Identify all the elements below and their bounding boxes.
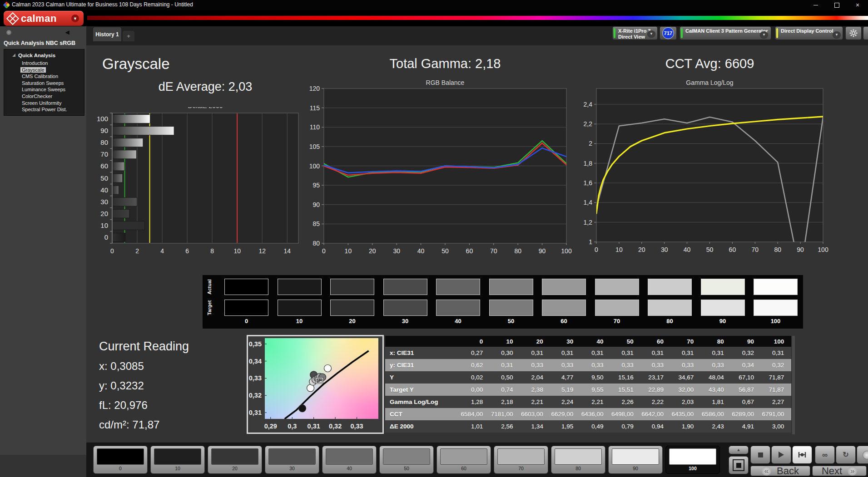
sidebar-item-luminance-sweeps[interactable]: Luminance Sweeps	[20, 86, 69, 93]
svg-text:50: 50	[100, 174, 108, 182]
pattern-patch-20[interactable]: 20	[208, 446, 262, 474]
svg-text:60: 60	[466, 247, 473, 255]
current-reading-x: x: 0,3085	[99, 360, 144, 373]
next-button[interactable]: Next »	[812, 466, 867, 476]
tab-history-1-label: History 1	[95, 31, 119, 38]
pattern-patch-label: 10	[151, 466, 204, 471]
table-cell: 0,34	[731, 359, 761, 371]
sidebar-item-cms-calibration[interactable]: CMS Calibration	[20, 73, 69, 80]
svg-text:12: 12	[258, 247, 266, 255]
svg-text:0,31: 0,31	[308, 423, 320, 430]
pattern-patch-label: 100	[666, 466, 719, 471]
pattern-patch-80[interactable]: 80	[551, 446, 605, 474]
minimize-button[interactable]	[805, 0, 826, 10]
cct-average-readout: CCT Avg: 6609	[596, 56, 823, 71]
display-control-select[interactable]: Direct Display Control ▼	[775, 26, 843, 40]
meter-count-badge: 717	[662, 27, 674, 39]
swatch-row-label-actual: Actual	[207, 276, 212, 297]
tree-root-quick-analysis[interactable]: Quick Analysis	[12, 53, 55, 58]
table-cell: 9,50	[580, 371, 610, 384]
tab-history-1[interactable]: History 1	[93, 27, 121, 41]
swatch-level-label: 90	[701, 318, 745, 325]
pattern-patch-10[interactable]: 10	[150, 446, 205, 474]
target-swatch-60	[542, 300, 586, 316]
table-col-header-40: 40	[580, 336, 610, 347]
play-button[interactable]	[771, 446, 791, 464]
svg-text:60: 60	[100, 162, 108, 170]
actual-swatch-40	[436, 279, 480, 295]
svg-text:20: 20	[638, 246, 645, 253]
table-scrollbar[interactable]	[792, 336, 795, 434]
svg-text:10: 10	[100, 221, 108, 229]
refresh-button[interactable]: ↻	[836, 446, 856, 464]
pattern-patch-label: 90	[609, 466, 662, 471]
pattern-patch-swatch	[669, 448, 716, 465]
table-cell: 0,33	[671, 359, 701, 371]
settings-gear-button[interactable]	[845, 26, 862, 40]
svg-text:100: 100	[818, 246, 828, 253]
sidebar-dot-button[interactable]	[6, 30, 11, 35]
pattern-patch-40[interactable]: 40	[322, 446, 377, 474]
infinity-icon: ∞	[822, 451, 828, 459]
svg-text:Gamma Log/Log: Gamma Log/Log	[686, 79, 733, 86]
single-measure-button[interactable]	[792, 446, 812, 464]
sidebar-item-screen-uniformity[interactable]: Screen Uniformity	[20, 100, 69, 107]
target-swatch-0	[224, 300, 268, 316]
pattern-patch-90[interactable]: 90	[608, 446, 663, 474]
pattern-patch-70[interactable]: 70	[494, 446, 548, 474]
meter-badge-button[interactable]: 717	[660, 26, 677, 40]
sidebar-item-introduction[interactable]: Introduction	[20, 60, 69, 67]
cie-chart-overlay: 0,350,340,330,320,310,290,30,310,320,33	[248, 336, 382, 433]
table-row-label: ΔE 2000	[385, 420, 460, 433]
table-row-label: Target Y	[385, 384, 460, 396]
close-button[interactable]: ×	[847, 0, 868, 10]
stop-button[interactable]	[750, 446, 770, 464]
back-button[interactable]: « Back	[750, 466, 810, 476]
read-button[interactable]	[857, 446, 868, 464]
sidebar-item-grayscale[interactable]: Grayscale	[20, 67, 69, 74]
target-swatch-70	[595, 300, 639, 316]
pattern-patch-60[interactable]: 60	[436, 446, 491, 474]
calman-logo-button[interactable]: calman ▼	[4, 11, 84, 26]
back-label: Back	[777, 465, 799, 477]
sidebar-item-spectral-power-dist[interactable]: Spectral Power Dist.	[20, 106, 69, 113]
table-cell: 4,77	[551, 371, 580, 384]
sidebar-item-label: Saturation Sweeps	[20, 80, 65, 86]
meter-select[interactable]: X-Rite i1Pro 3 Direct View ▼	[612, 26, 658, 40]
sidebar-item-colorchecker[interactable]: ColorChecker	[20, 93, 69, 100]
table-cell: 5,19	[551, 384, 580, 396]
svg-text:40: 40	[100, 186, 108, 194]
actual-swatch-0	[224, 279, 268, 295]
pattern-window-toggle-button[interactable]	[729, 456, 749, 474]
tree-expander-icon[interactable]	[12, 54, 15, 57]
table-cell: 0,27	[460, 347, 490, 359]
svg-text:105: 105	[309, 143, 320, 150]
svg-text:85: 85	[312, 220, 320, 227]
table-row-label: Y	[385, 371, 460, 384]
sidebar-collapse-icon[interactable]: ◀	[64, 29, 70, 35]
panel-collapse-button[interactable]: ◀	[863, 26, 868, 40]
svg-text:80: 80	[312, 240, 320, 247]
sidebar-item-label: CMS Calibration	[20, 74, 60, 79]
table-cell: 43,40	[701, 384, 731, 396]
pattern-patch-50[interactable]: 50	[379, 446, 434, 474]
svg-text:10: 10	[615, 246, 623, 253]
sidebar-item-label: Spectral Power Dist.	[20, 107, 69, 112]
pattern-patch-0[interactable]: 0	[93, 446, 148, 474]
pattern-window-up-button[interactable]: ▲	[729, 446, 749, 454]
logo-dropdown-chevron-icon[interactable]: ▼	[71, 15, 79, 22]
svg-text:30: 30	[661, 246, 668, 253]
add-tab-button[interactable]: +	[123, 31, 134, 41]
continuous-measure-button[interactable]: ∞	[815, 446, 835, 464]
pattern-patch-100[interactable]: 100	[665, 446, 720, 474]
table-cell: 9,55	[580, 384, 610, 396]
sidebar: ◀ Quick Analysis NBC sRGB Quick Analysis…	[0, 26, 86, 455]
table-col-header-20: 20	[521, 336, 551, 347]
pattern-patch-30[interactable]: 30	[265, 446, 319, 474]
actual-swatch-30	[383, 279, 427, 295]
pattern-generator-select[interactable]: CalMAN Client 3 Pattern Generator ▼	[680, 26, 771, 40]
table-col-header-60: 60	[641, 336, 671, 347]
actual-swatch-10	[278, 279, 322, 295]
sidebar-item-saturation-sweeps[interactable]: Saturation Sweeps	[20, 80, 69, 87]
maximize-button[interactable]	[826, 0, 847, 10]
